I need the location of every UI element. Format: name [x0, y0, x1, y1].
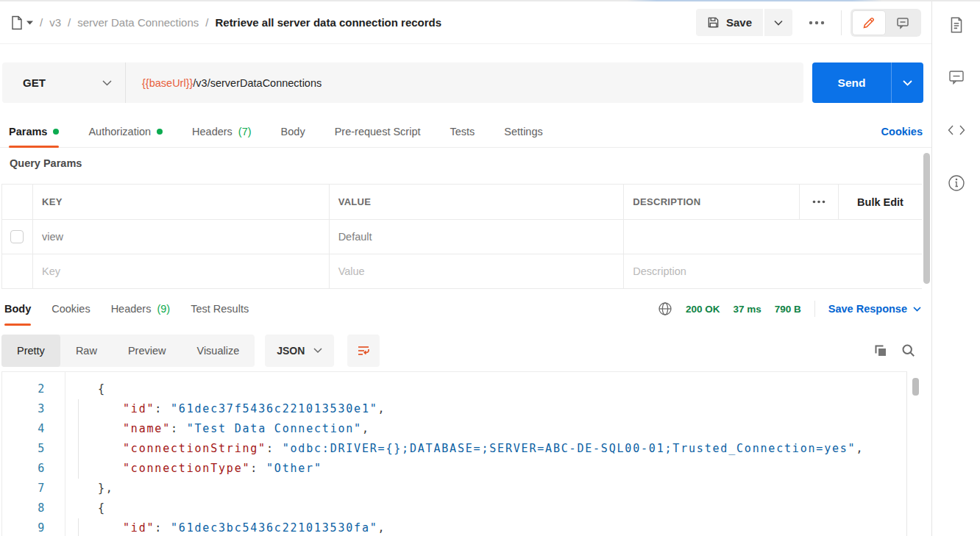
save-response-label: Save Response [828, 303, 907, 315]
breadcrumb-collection[interactable]: v3 [49, 16, 61, 29]
indent-guide [78, 399, 79, 419]
response-view-toolbar: PrettyRawPreviewVisualize JSON [1, 335, 922, 367]
request-url-container: GET {{baseUrl}}/v3/serverDataConnections [2, 62, 803, 103]
chevron-down-icon [774, 20, 783, 26]
line-number: 3 [2, 399, 65, 419]
tab-label: Body [4, 303, 31, 315]
send-button-group: Send [812, 62, 923, 103]
context-sidebar [931, 1, 980, 536]
params-scrollbar[interactable] [923, 153, 930, 284]
response-tab[interactable]: Headers (9) [111, 293, 171, 325]
response-view-segmented-control: PrettyRawPreviewVisualize [1, 335, 255, 367]
sidebar-comments-button[interactable] [946, 67, 967, 87]
column-options-button[interactable] [800, 185, 839, 219]
edit-mode-button[interactable] [853, 11, 885, 35]
param-description[interactable] [624, 220, 922, 254]
globe-icon[interactable] [658, 301, 672, 316]
request-tab[interactable]: Settings [504, 116, 542, 147]
tab-label: Tests [450, 126, 475, 137]
save-response-button[interactable]: Save Response [828, 303, 921, 315]
response-tab[interactable]: Test Results [191, 293, 249, 325]
pencil-icon [862, 16, 876, 29]
line-number: 6 [2, 459, 65, 479]
response-tab[interactable]: Cookies [52, 293, 90, 325]
param-value[interactable]: Default [330, 220, 625, 254]
response-tab[interactable]: Body [4, 293, 31, 325]
response-body-viewer[interactable]: 2 { 3 "id": "61dec37f5436c221013530e1", … [1, 371, 907, 536]
indent-guide [78, 419, 79, 439]
code-text: "id": "61dec37f5436c221013530e1", [65, 399, 906, 419]
wrap-text-button[interactable] [347, 335, 380, 367]
breadcrumb-folder[interactable]: server Data Connections [77, 16, 199, 29]
request-tab[interactable]: Headers (7) [192, 116, 252, 147]
response-view-tab[interactable]: Visualize [181, 335, 255, 367]
request-header-bar: / v3 / server Data Connections / Retriev… [0, 1, 931, 44]
tab-label: Authorization [88, 126, 151, 137]
request-tab-bar: Params Authorization Headers (7) Body Pr… [0, 116, 931, 148]
line-number: 2 [2, 379, 65, 399]
new-key-input[interactable]: Key [33, 254, 330, 288]
row-checkbox[interactable] [10, 230, 24, 243]
line-number: 8 [2, 499, 65, 518]
save-button-label: Save [726, 16, 752, 29]
comment-icon [948, 70, 965, 85]
sidebar-documentation-button[interactable] [946, 15, 967, 35]
request-tab[interactable]: Tests [450, 116, 475, 147]
code-line: 6 "connectionType": "Other" [2, 459, 906, 479]
format-select[interactable]: JSON [265, 335, 334, 367]
method-select[interactable]: GET [2, 62, 126, 103]
indent-guide [78, 518, 79, 536]
response-scrollbar[interactable] [912, 378, 919, 396]
send-options-button[interactable] [891, 62, 923, 103]
indent-guide [78, 439, 79, 459]
comment-icon [896, 16, 909, 29]
new-value-input[interactable]: Value [330, 254, 625, 288]
breadcrumb: / v3 / server Data Connections / Retriev… [10, 15, 441, 30]
comment-mode-button[interactable] [887, 11, 919, 35]
sidebar-code-button[interactable] [946, 120, 967, 140]
query-params-table: KEY VALUE DESCRIPTION Bulk Edit view Def… [1, 184, 922, 289]
send-button[interactable]: Send [812, 62, 891, 103]
more-horizontal-icon [812, 200, 825, 204]
request-type-dropdown[interactable] [10, 15, 33, 30]
cookies-link[interactable]: Cookies [881, 126, 923, 137]
response-tab-bar: Body Cookies Headers (9) Test Results 20… [0, 293, 931, 325]
request-tab[interactable]: Params [9, 116, 59, 147]
documentation-icon [948, 16, 965, 34]
request-tab[interactable]: Body [281, 116, 305, 147]
bulk-edit-button[interactable]: Bulk Edit [839, 185, 922, 219]
save-button-group: Save [696, 9, 792, 36]
table-header-row: KEY VALUE DESCRIPTION Bulk Edit [2, 185, 922, 220]
request-tab[interactable]: Authorization [88, 116, 163, 147]
tab-label: Settings [504, 126, 542, 137]
postman-request-window: / v3 / server Data Connections / Retriev… [0, 0, 980, 536]
response-view-tab[interactable]: Pretty [1, 335, 60, 367]
tab-label: Body [281, 126, 305, 137]
request-tab[interactable]: Pre-request Script [335, 116, 421, 147]
code-line: 7 }, [2, 479, 906, 499]
param-key[interactable]: view [33, 220, 330, 254]
sidebar-info-button[interactable] [946, 173, 967, 193]
tab-label: Params [9, 126, 47, 137]
line-number: 5 [2, 439, 65, 459]
new-description-input[interactable]: Description [624, 254, 922, 288]
response-view-tab[interactable]: Preview [113, 335, 182, 367]
more-options-button[interactable] [801, 15, 832, 31]
chevron-down-icon [102, 80, 112, 86]
save-button[interactable]: Save [696, 9, 763, 36]
header-actions: Save [696, 9, 921, 37]
row-checkbox-cell [2, 220, 33, 254]
tab-count: (7) [238, 126, 252, 137]
search-response-button[interactable] [901, 343, 916, 358]
url-path: /v3/serverDataConnections [193, 77, 322, 89]
url-input[interactable]: {{baseUrl}}/v3/serverDataConnections [126, 62, 322, 103]
request-file-icon [10, 15, 24, 30]
header-checkbox-cell [2, 185, 33, 219]
save-options-button[interactable] [764, 9, 792, 36]
code-icon [948, 123, 965, 137]
code-line: 5 "connectionString": "odbc:DRIVER={};DA… [2, 439, 906, 459]
response-view-tab[interactable]: Raw [60, 335, 113, 367]
copy-response-button[interactable] [873, 343, 888, 358]
breadcrumb-request-title[interactable]: Retrieve all server data connection reco… [215, 16, 441, 29]
save-floppy-icon [707, 16, 720, 29]
